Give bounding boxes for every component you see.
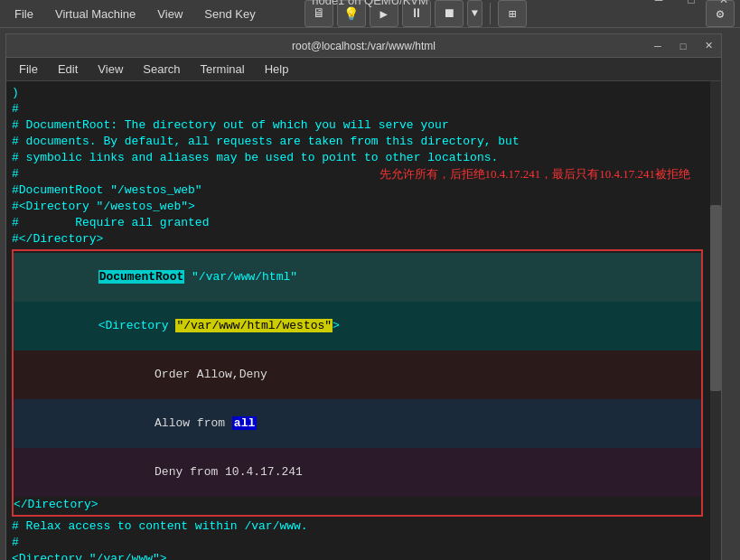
scrollbar-thumb[interactable]	[710, 205, 721, 391]
hl-line-6: </Directory>	[14, 497, 701, 513]
inner-menu-search[interactable]: Search	[134, 61, 189, 78]
annotation-text: 先允许所有，后拒绝10.4.17.241，最后只有10.4.17.241被拒绝	[379, 166, 691, 182]
outer-menu-sendkey[interactable]: Send Key	[195, 5, 264, 23]
inner-window-title: root@localhost:/var/www/html	[292, 40, 436, 52]
inner-menu-edit[interactable]: Edit	[49, 61, 87, 78]
outer-menu-file[interactable]: File	[5, 5, 42, 23]
inner-menu-terminal[interactable]: Terminal	[192, 61, 254, 78]
toolbar-stop-button[interactable]: ⏹	[435, 0, 464, 27]
line-9: # Require all granted	[12, 215, 703, 231]
inner-menubar: File Edit View Search Terminal Help	[6, 58, 721, 81]
line-1: )	[12, 85, 703, 101]
inner-menu-help[interactable]: Help	[256, 61, 298, 78]
line-2: #	[12, 101, 703, 117]
highlight-block: DocumentRoot "/var/www/html" <Directory …	[12, 249, 703, 517]
inner-titlebar: root@localhost:/var/www/html ─ □ ✕	[6, 34, 721, 58]
outer-minimize-button[interactable]: ─	[642, 0, 675, 14]
line-4: # documents. By default, all requests ar…	[12, 134, 703, 150]
hl-line-5: Deny from 10.4.17.241	[14, 448, 701, 497]
toolbar-dropdown-button[interactable]: ▼	[467, 0, 482, 27]
outer-window-title: node1 on QEMU/KVM	[312, 0, 428, 7]
toolbar-console-button[interactable]: ⊞	[498, 0, 527, 27]
outer-maximize-button[interactable]: □	[675, 0, 707, 14]
line-10: #</Directory>	[12, 231, 703, 247]
line-5: # symbolic links and aliases may be used…	[12, 150, 703, 166]
inner-window-controls: ─ □ ✕	[645, 34, 721, 57]
line-19: <Directory "/var/www">	[12, 551, 703, 560]
inner-menu-file[interactable]: File	[10, 61, 47, 78]
outer-window: node1 on QEMU/KVM ─ □ ✕ File Virtual Mac…	[0, 0, 740, 560]
hl-line-3: Order Allow,Deny	[14, 350, 701, 399]
inner-maximize-button[interactable]: □	[670, 34, 696, 58]
outer-menu-view[interactable]: View	[148, 5, 192, 23]
hl-line-1: DocumentRoot "/var/www/html"	[14, 253, 701, 302]
outer-menu-virtualmachine[interactable]: Virtual Machine	[46, 5, 145, 23]
outer-close-button[interactable]: ✕	[707, 0, 740, 14]
inner-menu-view[interactable]: View	[89, 61, 132, 78]
annotation-container: #DocumentRoot "/westos_web" 先允许所有，后拒绝10.…	[12, 182, 703, 199]
line-3: # DocumentRoot: The directory out of whi…	[12, 117, 703, 134]
terminal-content: ) # # DocumentRoot: The directory out of…	[6, 81, 721, 560]
line-8: #<Directory "/westos_web">	[12, 199, 703, 215]
line-18: #	[12, 535, 703, 551]
hl-line-4: Allow from all	[14, 399, 701, 448]
line-17: # Relax access to content within /var/ww…	[12, 518, 703, 535]
hl-line-2: <Directory "/var/www/html/westos">	[14, 302, 701, 350]
scrollbar[interactable]	[710, 81, 721, 560]
inner-minimize-button[interactable]: ─	[645, 34, 670, 58]
inner-window: root@localhost:/var/www/html ─ □ ✕ File …	[5, 33, 722, 560]
code-area: ) # # DocumentRoot: The directory out of…	[12, 85, 703, 560]
line-7: #DocumentRoot "/westos_web"	[12, 182, 703, 199]
inner-close-button[interactable]: ✕	[696, 34, 721, 58]
